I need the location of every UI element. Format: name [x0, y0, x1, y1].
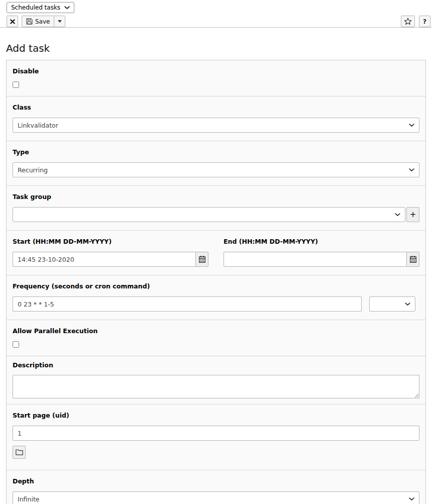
depth-select[interactable]: Infinite	[13, 491, 419, 504]
chevron-down-icon	[405, 303, 410, 306]
type-label: Type	[13, 148, 419, 156]
description-label: Description	[13, 361, 419, 369]
start-page-label: Start page (uid)	[13, 412, 419, 419]
start-input-group	[13, 252, 208, 267]
add-task-form: Disable Class Linkvalidator Type Recurri…	[6, 60, 426, 504]
class-select[interactable]: Linkvalidator	[13, 118, 419, 133]
field-start-end: Start (HH:MM DD-MM-YYYY)	[7, 230, 425, 275]
chevron-down-icon	[409, 497, 414, 501]
toolbar-right-group: ?	[401, 16, 430, 27]
field-class: Class Linkvalidator	[7, 96, 425, 141]
browse-pages-button[interactable]	[13, 446, 26, 459]
start-page-browse-row	[13, 446, 419, 459]
star-icon	[404, 18, 412, 25]
folder-icon	[16, 449, 23, 455]
parallel-label: Allow Parallel Execution	[13, 327, 419, 335]
chevron-down-icon	[64, 6, 70, 10]
chevron-down-icon	[395, 213, 400, 217]
chevron-down-icon	[409, 168, 414, 172]
save-icon	[26, 18, 33, 25]
field-type: Type Recurring	[7, 141, 425, 185]
class-label: Class	[13, 104, 419, 111]
doc-header: Scheduled tasks Save	[0, 0, 432, 28]
field-disable: Disable	[7, 60, 425, 96]
task-group-row: +	[13, 207, 419, 222]
field-parallel: Allow Parallel Execution	[7, 320, 425, 356]
doc-toolbar: Save ?	[7, 16, 430, 27]
calendar-icon	[199, 256, 205, 263]
type-select-value: Recurring	[18, 166, 48, 174]
start-label: Start (HH:MM DD-MM-YYYY)	[13, 238, 208, 245]
frequency-preset-select[interactable]	[369, 296, 415, 312]
start-input[interactable]	[13, 252, 196, 267]
depth-select-value: Infinite	[18, 495, 39, 503]
help-button[interactable]: ?	[419, 16, 430, 27]
save-button-label: Save	[35, 18, 50, 25]
close-icon	[10, 19, 15, 24]
disable-checkbox[interactable]	[13, 81, 19, 88]
disable-label: Disable	[13, 67, 419, 75]
module-dropdown[interactable]: Scheduled tasks	[7, 2, 74, 13]
caret-down-icon	[58, 20, 62, 23]
module-dropdown-value: Scheduled tasks	[11, 4, 60, 11]
field-task-group: Task group +	[7, 185, 425, 230]
field-depth: Depth Infinite	[7, 470, 425, 504]
field-frequency: Frequency (seconds or cron command)	[7, 275, 425, 320]
start-datepicker-button[interactable]	[195, 252, 208, 267]
chevron-down-icon	[409, 124, 414, 127]
type-select[interactable]: Recurring	[13, 162, 419, 177]
description-textarea[interactable]	[13, 375, 419, 398]
add-task-group-button[interactable]: +	[406, 207, 419, 222]
end-input-group	[224, 252, 419, 267]
class-select-value: Linkvalidator	[18, 122, 58, 129]
end-datepicker-button[interactable]	[406, 252, 419, 267]
save-options-button[interactable]	[54, 16, 65, 27]
frequency-label: Frequency (seconds or cron command)	[13, 282, 419, 290]
close-button[interactable]	[7, 16, 18, 27]
calendar-icon	[410, 256, 416, 263]
start-page-input[interactable]	[13, 426, 419, 441]
frequency-row	[13, 296, 419, 312]
field-description: Description	[7, 356, 425, 404]
end-input[interactable]	[224, 252, 407, 267]
bookmark-button[interactable]	[401, 16, 415, 27]
save-button[interactable]: Save	[22, 16, 54, 27]
field-start-page: Start page (uid)	[7, 404, 425, 470]
field-end: End (HH:MM DD-MM-YYYY)	[224, 238, 419, 267]
save-button-group: Save	[22, 16, 65, 27]
task-group-label: Task group	[13, 193, 419, 200]
field-start: Start (HH:MM DD-MM-YYYY)	[13, 238, 208, 267]
end-label: End (HH:MM DD-MM-YYYY)	[224, 238, 419, 245]
frequency-input[interactable]	[13, 296, 362, 312]
depth-label: Depth	[13, 477, 419, 485]
parallel-checkbox[interactable]	[13, 341, 19, 348]
page-title: Add task	[6, 42, 432, 54]
task-group-select[interactable]	[13, 207, 405, 222]
